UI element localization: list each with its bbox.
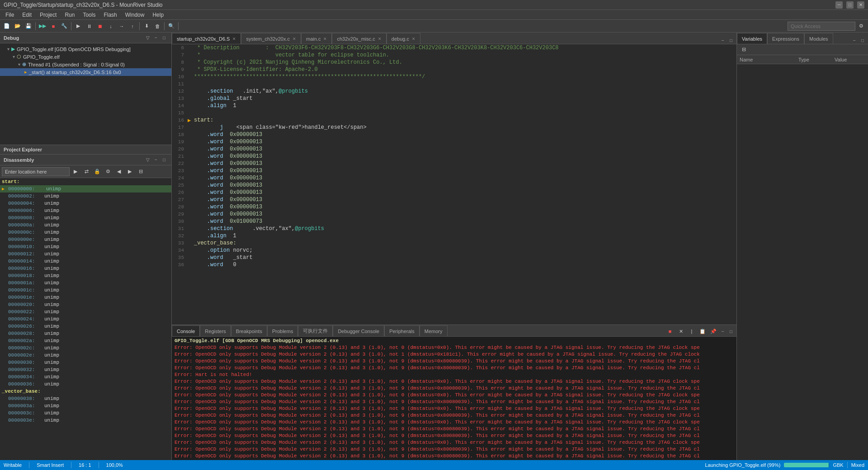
disasm-row: 00000020:unimp [0, 301, 171, 308]
maximize-button[interactable]: □ [846, 1, 854, 9]
debug-button[interactable]: 🔧 [59, 21, 69, 31]
disasm-lock-button[interactable]: 🔒 [92, 167, 102, 177]
new-button[interactable]: 📄 [2, 21, 12, 31]
close-button[interactable]: ✕ [857, 1, 864, 9]
vars-collapse-all[interactable]: ⊟ [739, 45, 749, 55]
console-copy-button[interactable]: 📋 [698, 326, 708, 336]
flash-download-button[interactable]: ⬇ [142, 21, 151, 31]
console-maximize-button[interactable]: □ [727, 328, 735, 335]
disasm-location-input[interactable] [2, 167, 70, 176]
disasm-collapse-button[interactable]: ▽ [144, 156, 151, 164]
menu-run[interactable]: Run [61, 11, 78, 19]
line-arrow-icon: ▶ [188, 117, 194, 124]
tab-main-close[interactable]: ✕ [323, 37, 327, 41]
flash-erase-button[interactable]: 🗑 [152, 21, 162, 31]
console-tab-peripherals[interactable]: Peripherals [384, 325, 420, 336]
vars-maximize-button[interactable]: □ [859, 37, 866, 44]
zoom-in-button[interactable]: 🔍 [166, 21, 176, 31]
open-button[interactable]: 📂 [13, 21, 23, 31]
debug-minimize-button[interactable]: − [152, 34, 160, 42]
tab-modules[interactable]: Modules [804, 33, 833, 44]
tab-expressions[interactable]: Expressions [767, 33, 804, 44]
console-tab-breakpoints[interactable]: Breakpoints [231, 325, 267, 336]
line-number: 12 [172, 89, 188, 94]
editor-content[interactable]: 6 * Description : CH32V203F6-CH32V203F8-… [172, 44, 736, 324]
debug-maximize-button[interactable]: □ [160, 34, 168, 42]
console-stop-button[interactable]: ■ [665, 326, 675, 336]
tab-misc-close[interactable]: ✕ [378, 37, 382, 41]
save-button[interactable]: 💾 [24, 21, 33, 31]
console-tab-memory[interactable]: Memory [420, 325, 448, 336]
disasm-row-instr: unimp [44, 208, 59, 213]
debug-panel-header: Debug ▽ − □ [0, 33, 171, 43]
console-tab-console[interactable]: Console [172, 325, 200, 336]
vars-minimize-button[interactable]: − [851, 37, 858, 44]
tab-debug-close[interactable]: ✕ [412, 37, 415, 41]
menu-help[interactable]: Help [149, 11, 167, 19]
console-tab-executable[interactable]: 可执行文件 [298, 325, 333, 336]
console-tab-registers[interactable]: Registers [200, 325, 231, 336]
stop-button[interactable]: ■ [48, 21, 58, 31]
console-pipe-button[interactable]: | [687, 326, 697, 336]
console-clear-button[interactable]: ✕ [676, 326, 686, 336]
line-code: .section .init,"ax",@progbits [194, 88, 308, 94]
console-line: Error: OpenOCD only supports Debug Modul… [174, 405, 735, 412]
toolbar-settings-button[interactable]: ⚙ [856, 21, 866, 31]
tab-system-close[interactable]: ✕ [292, 37, 296, 41]
tab-variables[interactable]: Variables [737, 33, 767, 44]
disasm-sync-button[interactable]: ⇄ [81, 167, 91, 177]
menu-bar: File Edit Project Run Tools Flash Window… [0, 10, 868, 20]
disasm-go-button[interactable]: ▶ [71, 167, 80, 177]
disasm-minimize-button[interactable]: − [152, 156, 160, 164]
menu-flash[interactable]: Flash [100, 11, 120, 19]
editor-tab-maximize[interactable]: □ [727, 37, 735, 44]
console-tab-controls: ■ ✕ | 📋 📌 − □ [665, 326, 736, 336]
menu-project[interactable]: Project [36, 11, 60, 19]
debug-thread-item[interactable]: ▾ ⊕ Thread #1 (Suspended : Signal : 0:Si… [0, 61, 171, 68]
resume-button[interactable]: ▶ [73, 21, 83, 31]
line-number: 34 [172, 248, 188, 253]
editor-tab-minimize[interactable]: − [719, 37, 726, 44]
menu-tools[interactable]: Tools [79, 11, 99, 19]
disasm-maximize-button[interactable]: □ [160, 156, 168, 164]
terminate-button[interactable]: ⏹ [95, 21, 105, 31]
disasm-prev-button[interactable]: ◀ [114, 167, 124, 177]
quick-access-container [788, 22, 855, 31]
step-over-button[interactable]: → [117, 21, 127, 31]
console-pin-button[interactable]: 📌 [708, 326, 718, 336]
quick-access-input[interactable] [788, 22, 855, 31]
console-tab-problems[interactable]: Problems [267, 325, 298, 336]
disasm-row-instr: unimp [44, 230, 59, 235]
debug-frame-item[interactable]: ▸ _start() at startup_ch32v20x_D6.S:16 0… [0, 68, 171, 76]
suspend-button[interactable]: ⏸ [84, 21, 94, 31]
debug-panel: Debug ▽ − □ ▾ ▶ GPIO_Toggle.elf [GDB Ope… [0, 33, 171, 155]
code-line: 14 .align 1 [172, 102, 736, 109]
console-minimize-button[interactable]: − [719, 328, 726, 335]
step-return-button[interactable]: ↑ [127, 21, 137, 31]
debug-session-icon: ▶ [11, 46, 15, 52]
build-button[interactable]: ▶▶ [38, 21, 47, 31]
menu-file[interactable]: File [2, 11, 18, 19]
disasm-row-addr: 0000001c: [8, 287, 44, 293]
debug-elf-item[interactable]: ▾ ⬡ GPIO_Toggle.elf [0, 53, 171, 61]
tab-startup-close[interactable]: ✕ [232, 37, 236, 41]
tab-misc[interactable]: ch32v20x_misc.c ✕ [332, 33, 386, 44]
step-into-button[interactable]: ↓ [106, 21, 116, 31]
disasm-settings-button[interactable]: ⚙ [103, 167, 113, 177]
disasm-next-button[interactable]: ▶ [125, 167, 135, 177]
disasm-collapse-all-button[interactable]: ⊟ [136, 167, 146, 177]
menu-edit[interactable]: Edit [19, 11, 35, 19]
minimize-button[interactable]: ─ [835, 1, 843, 9]
tab-debug[interactable]: debug.c ✕ [387, 33, 420, 44]
tab-startup[interactable]: startup_ch32v20x_D6.S ✕ [172, 33, 241, 44]
debug-session-item[interactable]: ▾ ▶ GPIO_Toggle.elf [GDB OpenOCD MRS Deb… [0, 45, 171, 53]
disasm-row: 00000014:unimp [0, 258, 171, 265]
code-line: 12 .section .init,"ax",@progbits [172, 88, 736, 95]
disasm-row-addr: 00000002: [8, 193, 44, 199]
debug-collapse-button[interactable]: ▽ [144, 34, 151, 42]
tab-system[interactable]: system_ch32v20x.c ✕ [241, 33, 301, 44]
menu-window[interactable]: Window [122, 11, 148, 19]
tab-main[interactable]: main.c ✕ [301, 33, 332, 44]
line-code: * Description : CH32V203F6-CH32V203F8-CH… [194, 45, 559, 51]
console-tab-debugger[interactable]: Debugger Console [333, 325, 384, 336]
